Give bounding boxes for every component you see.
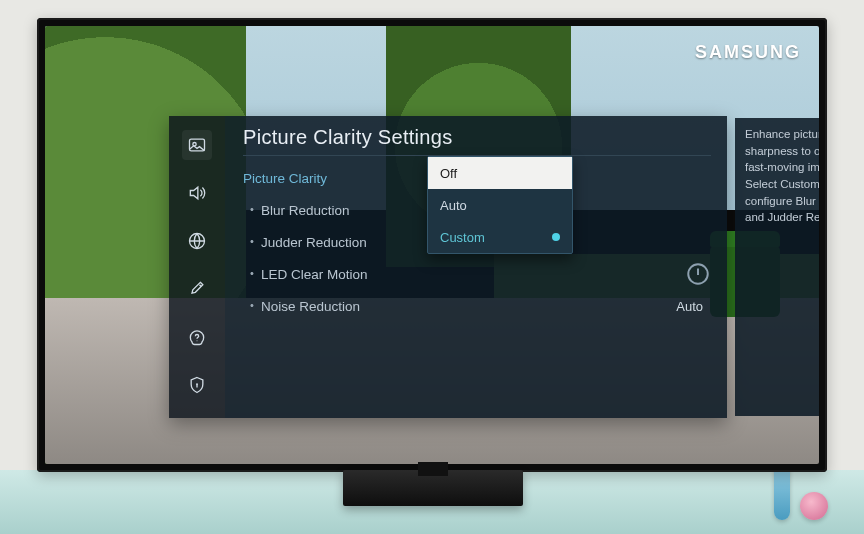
label-judder-reduction: Judder Reduction	[261, 235, 367, 250]
value-noise-reduction: Auto	[676, 299, 711, 314]
option-custom[interactable]: Custom	[428, 221, 572, 253]
toggle-off-icon[interactable]	[685, 261, 711, 287]
support-icon[interactable]	[182, 322, 212, 352]
decor-vase-pink	[800, 492, 828, 520]
privacy-icon[interactable]	[182, 370, 212, 400]
settings-panel: Picture Clarity Settings Picture Clarity…	[225, 116, 727, 418]
svg-point-4	[196, 383, 198, 385]
network-icon[interactable]	[182, 226, 212, 256]
svg-point-3	[197, 340, 198, 341]
label-blur-reduction: Blur Reduction	[261, 203, 350, 218]
sound-icon[interactable]	[182, 178, 212, 208]
picture-icon[interactable]	[182, 130, 212, 160]
tv-neck	[418, 462, 448, 476]
label-noise-reduction: Noise Reduction	[261, 299, 360, 314]
option-off[interactable]: Off	[428, 157, 572, 189]
help-text: Enhance picture sharpness to optimize fa…	[735, 118, 819, 416]
settings-osd: Picture Clarity Settings Picture Clarity…	[169, 116, 727, 418]
settings-icon[interactable]	[182, 274, 212, 304]
settings-sidebar	[169, 116, 225, 418]
brand-logo: SAMSUNG	[695, 42, 801, 63]
label-picture-clarity: Picture Clarity	[243, 171, 415, 186]
tv-frame: SAMSUNG	[37, 18, 827, 472]
panel-title: Picture Clarity Settings	[243, 126, 711, 149]
label-led-clear-motion: LED Clear Motion	[261, 267, 368, 282]
current-marker-icon	[552, 233, 560, 241]
picture-clarity-dropdown: Off Auto Custom	[427, 156, 573, 254]
tv-screen: SAMSUNG	[45, 26, 819, 464]
row-led-clear-motion[interactable]: •LED Clear Motion	[243, 258, 711, 290]
option-auto[interactable]: Auto	[428, 189, 572, 221]
row-noise-reduction[interactable]: •Noise Reduction Auto	[243, 290, 711, 322]
